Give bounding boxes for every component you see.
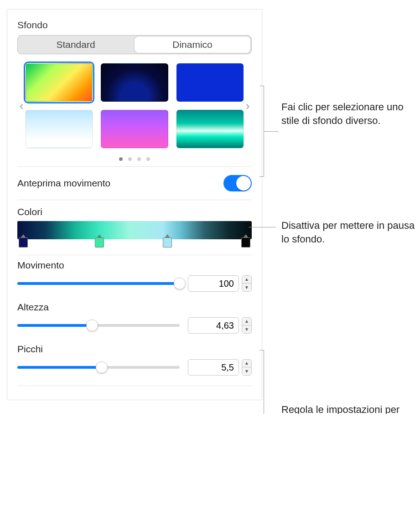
stepper-up-icon[interactable]: ▲ <box>242 318 251 325</box>
callout-bracket <box>259 350 264 414</box>
peaks-slider[interactable] <box>17 366 180 369</box>
color-stop[interactable] <box>95 237 104 247</box>
movement-stepper: ▲ ▼ <box>242 275 252 292</box>
page-dot[interactable] <box>137 157 141 161</box>
stepper-down-icon[interactable]: ▼ <box>242 325 251 333</box>
page-dot[interactable] <box>128 157 132 161</box>
motion-preview-toggle[interactable] <box>223 175 252 191</box>
peaks-label: Picchi <box>17 344 252 355</box>
movement-slider[interactable] <box>17 282 180 285</box>
style-thumbnail[interactable] <box>176 110 244 148</box>
style-thumbnail[interactable] <box>101 110 168 148</box>
stepper-down-icon[interactable]: ▼ <box>242 367 251 375</box>
stepper-up-icon[interactable]: ▲ <box>242 360 251 367</box>
stepper-up-icon[interactable]: ▲ <box>242 276 251 283</box>
styles-next-chevron[interactable]: › <box>244 100 252 112</box>
divider <box>17 386 252 386</box>
motion-preview-label: Anteprima movimento <box>17 178 110 189</box>
colors-gradient-track[interactable] <box>17 221 252 239</box>
page-dot[interactable] <box>146 157 150 161</box>
toggle-knob <box>236 176 251 191</box>
background-type-segmented: Standard Dinamico <box>17 35 252 54</box>
style-thumbnail[interactable] <box>176 63 244 102</box>
section-title-background: Sfondo <box>17 20 252 31</box>
callout-toggle: Disattiva per mettere in pausa lo sfondo… <box>281 219 418 246</box>
page-dot[interactable] <box>119 157 123 161</box>
movement-label: Movimento <box>17 260 252 271</box>
callout-connector <box>264 131 279 132</box>
segment-dynamic[interactable]: Dinamico <box>135 36 250 53</box>
movement-value-input[interactable] <box>188 275 239 292</box>
slider-thumb[interactable] <box>96 361 108 373</box>
stepper-down-icon[interactable]: ▼ <box>242 283 251 291</box>
divider <box>17 200 252 200</box>
color-stop[interactable] <box>163 237 172 247</box>
height-stepper: ▲ ▼ <box>242 317 252 334</box>
style-thumbnail[interactable] <box>26 63 93 102</box>
slider-thumb[interactable] <box>86 319 98 331</box>
callout-bracket <box>259 86 264 177</box>
height-label: Altezza <box>17 302 252 313</box>
callout-styles: Fai clic per selezionare uno stile di sf… <box>281 100 418 127</box>
colors-label: Colori <box>17 206 252 217</box>
color-stop[interactable] <box>241 237 250 247</box>
style-thumbnail[interactable] <box>101 63 168 102</box>
page-dots <box>17 157 252 161</box>
color-stops-row <box>17 237 252 249</box>
peaks-stepper: ▲ ▼ <box>242 359 252 376</box>
peaks-value-input[interactable] <box>188 359 239 376</box>
styles-grid <box>26 63 244 148</box>
callout-sliders: Regola le impostazioni per personalizzar… <box>281 403 418 414</box>
style-thumbnail[interactable] <box>26 110 93 148</box>
callout-connector <box>249 227 276 227</box>
height-slider[interactable] <box>17 324 180 327</box>
segment-standard[interactable]: Standard <box>18 36 134 54</box>
height-value-input[interactable] <box>188 317 239 334</box>
styles-prev-chevron[interactable]: ‹ <box>17 100 26 112</box>
background-settings-panel: Sfondo Standard Dinamico ‹ › <box>7 9 262 400</box>
divider <box>17 166 252 167</box>
divider <box>17 255 252 255</box>
slider-thumb[interactable] <box>174 278 186 289</box>
color-stop[interactable] <box>19 237 28 247</box>
